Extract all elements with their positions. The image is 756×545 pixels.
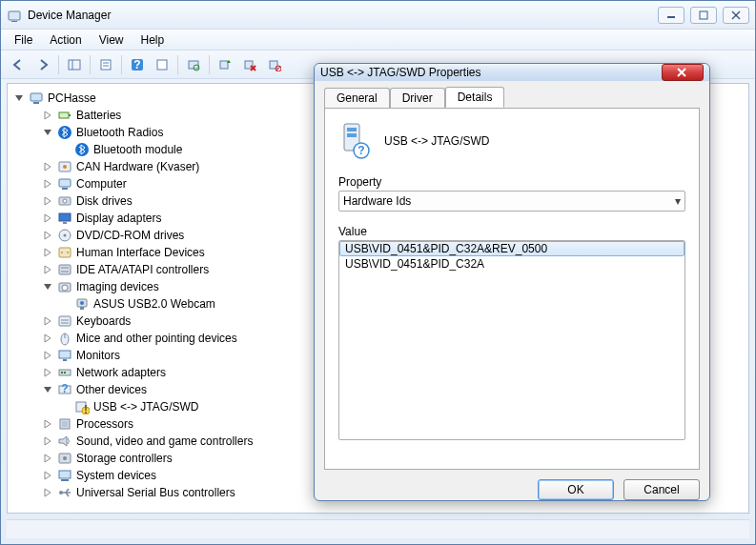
ok-button[interactable]: OK (538, 479, 614, 500)
cancel-button[interactable]: Cancel (623, 479, 700, 500)
svg-point-38 (64, 234, 67, 237)
svg-point-40 (61, 252, 63, 253)
expander-icon[interactable] (42, 453, 53, 464)
expander-icon[interactable] (13, 92, 25, 104)
properties-dialog: USB <-> JTAG/SWD Properties General Driv… (314, 63, 710, 501)
optical-icon (57, 228, 72, 243)
uninstall-button[interactable] (238, 53, 261, 76)
svg-text:!: ! (84, 403, 88, 414)
maximize-button[interactable] (690, 7, 717, 24)
tree-item-label: Bluetooth Radios (76, 124, 163, 141)
expander-icon[interactable] (59, 298, 71, 310)
close-button[interactable] (723, 7, 749, 24)
tab-details[interactable]: Details (445, 87, 505, 108)
menu-file[interactable]: File (7, 31, 40, 49)
tree-item-label: CAN Hardware (Kvaser) (76, 158, 199, 175)
expander-icon[interactable] (42, 161, 53, 172)
value-listbox[interactable]: USB\VID_0451&PID_C32A&REV_0500USB\VID_04… (338, 240, 685, 440)
back-button[interactable] (7, 53, 30, 76)
svg-rect-55 (59, 351, 71, 358)
imaging-icon (57, 279, 72, 294)
display-icon (57, 211, 72, 226)
bluetooth-icon (74, 142, 90, 157)
action-button[interactable] (151, 53, 174, 76)
expander-icon[interactable] (42, 350, 53, 361)
device-manager-window: Device Manager File Action View Help ? (0, 0, 756, 545)
svg-point-34 (63, 199, 67, 203)
svg-text:?: ? (358, 144, 364, 157)
svg-rect-36 (63, 222, 67, 224)
svg-rect-32 (62, 188, 68, 190)
webcam-icon (74, 296, 90, 312)
svg-rect-6 (69, 60, 80, 70)
svg-rect-26 (69, 114, 71, 116)
update-driver-button[interactable] (214, 53, 236, 76)
minimize-button[interactable] (658, 7, 684, 24)
svg-rect-66 (62, 421, 68, 427)
disable-button[interactable] (263, 53, 286, 76)
property-combobox[interactable]: Hardware Ids ▾ (338, 191, 685, 212)
expander-icon[interactable] (42, 470, 53, 481)
value-item[interactable]: USB\VID_0451&PID_C32A&REV_0500 (339, 241, 684, 256)
svg-rect-56 (63, 359, 67, 361)
window-title: Device Manager (28, 9, 111, 22)
titlebar: Device Manager (1, 1, 755, 30)
expander-icon[interactable] (42, 110, 53, 121)
property-selected: Hardware Ids (343, 194, 411, 208)
svg-rect-8 (101, 60, 111, 70)
tree-item-label: Computer (76, 175, 127, 192)
disk-icon (57, 193, 72, 209)
other-icon: ? (57, 382, 72, 397)
tree-item-label: System devices (76, 467, 156, 484)
menu-action[interactable]: Action (42, 31, 89, 49)
expander-icon[interactable] (42, 195, 53, 207)
expander-icon[interactable] (42, 384, 53, 395)
svg-point-30 (63, 165, 67, 169)
expander-icon[interactable] (42, 264, 53, 275)
menu-help[interactable]: Help (133, 31, 173, 49)
dialog-titlebar[interactable]: USB <-> JTAG/SWD Properties (315, 64, 709, 81)
tree-item-label: Human Interface Devices (76, 244, 205, 261)
tree-item-label: ASUS USB2.0 Webcam (93, 295, 215, 313)
svg-rect-35 (59, 213, 71, 221)
expander-icon[interactable] (42, 367, 53, 378)
computer-icon (29, 91, 44, 106)
network-icon (57, 365, 72, 380)
dialog-tabs: General Driver Details (324, 87, 700, 108)
expander-icon[interactable] (42, 247, 53, 258)
ide-icon (57, 262, 72, 277)
menu-view[interactable]: View (92, 31, 132, 49)
can-icon (57, 159, 72, 174)
value-item[interactable]: USB\VID_0451&PID_C32A (339, 256, 684, 272)
tab-general[interactable]: General (324, 88, 390, 108)
show-hide-tree-button[interactable] (63, 53, 86, 76)
tree-item-label: Processors (76, 415, 133, 433)
expander-icon[interactable] (42, 281, 53, 293)
tree-item-label: Network adapters (76, 364, 166, 381)
help-button[interactable]: ? (126, 53, 149, 76)
expander-icon[interactable] (42, 315, 53, 327)
system-icon (57, 468, 72, 483)
expander-icon[interactable] (42, 230, 53, 241)
expander-icon[interactable] (42, 418, 53, 430)
tab-driver[interactable]: Driver (390, 88, 445, 108)
forward-button[interactable] (31, 53, 54, 76)
expander-icon[interactable] (42, 178, 53, 190)
tree-item-label: Mice and other pointing devices (76, 330, 237, 347)
dialog-close-button[interactable] (662, 64, 704, 81)
chevron-down-icon: ▾ (675, 194, 681, 208)
tree-item-label: Keyboards (76, 313, 131, 330)
expander-icon[interactable] (42, 487, 53, 498)
expander-icon[interactable] (42, 435, 53, 447)
expander-icon[interactable] (42, 127, 53, 138)
svg-rect-31 (59, 179, 71, 187)
svg-rect-42 (59, 265, 71, 274)
expander-icon[interactable] (59, 144, 71, 155)
expander-icon[interactable] (59, 401, 71, 413)
properties-button[interactable] (94, 53, 117, 76)
expander-icon[interactable] (42, 333, 53, 344)
tree-root-label: PCHasse (48, 90, 96, 107)
scan-hardware-button[interactable] (182, 53, 205, 76)
svg-marker-67 (59, 436, 67, 446)
expander-icon[interactable] (42, 212, 53, 224)
